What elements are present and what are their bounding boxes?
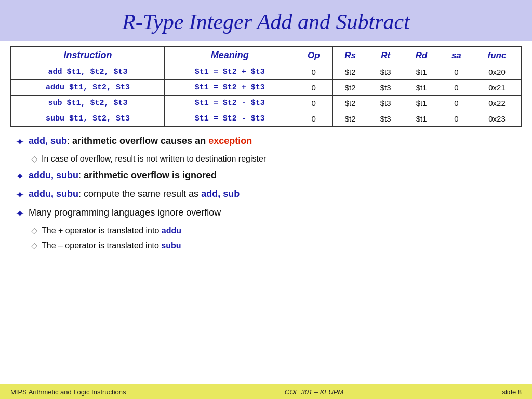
- bullet-1-colon: :: [67, 136, 72, 146]
- bullet-2-colon: :: [78, 170, 84, 180]
- col-header-rd: Rd: [403, 46, 440, 64]
- cell-meaning: $t1 = $t2 - $t3: [165, 96, 295, 111]
- bullet-3-blue: addu, subu: [29, 189, 78, 199]
- sub-bullet-3: ◇ The – operator is translated into subu: [31, 240, 522, 251]
- cell-rt: $t3: [368, 96, 403, 111]
- slide: R-Type Integer Add and Subtract Instruct…: [0, 0, 532, 399]
- cell-rd: $t1: [403, 64, 440, 80]
- bullet-3-normal: compute the same result as: [84, 189, 201, 199]
- bullet-list: ✦ add, sub: arithmetic overflow causes a…: [10, 135, 522, 251]
- cell-sa: 0: [440, 64, 473, 80]
- bullet-1: ✦ add, sub: arithmetic overflow causes a…: [16, 135, 522, 149]
- cell-func: 0x22: [473, 96, 522, 111]
- cell-sa: 0: [440, 111, 473, 127]
- cell-rt: $t3: [368, 80, 403, 96]
- table-row: sub $t1, $t2, $t3 $t1 = $t2 - $t3 0 $t2 …: [11, 96, 521, 111]
- bullet-1-red: exception: [208, 136, 252, 146]
- col-header-instruction: Instruction: [11, 46, 165, 64]
- bullet-1-blue: add, sub: [29, 136, 67, 146]
- cell-rd: $t1: [403, 80, 440, 96]
- diamond-icon-2: ✦: [16, 169, 24, 183]
- col-header-rs: Rs: [332, 46, 368, 64]
- diamond-icon-4: ✦: [16, 207, 24, 221]
- col-header-func: func: [473, 46, 522, 64]
- bullet-3: ✦ addu, subu: compute the same result as…: [16, 188, 522, 202]
- sub-diamond-icon-2: ◇: [31, 225, 37, 236]
- bullet-2-text: addu, subu: arithmetic overflow is ignor…: [29, 169, 217, 181]
- cell-sa: 0: [440, 96, 473, 111]
- bullet-2-black: arithmetic overflow is ignored: [84, 170, 217, 180]
- cell-instruction: subu $t1, $t2, $t3: [11, 111, 165, 127]
- cell-instruction: add $t1, $t2, $t3: [11, 64, 165, 80]
- cell-rs: $t2: [332, 80, 368, 96]
- sub-bullet-2-text: The + operator is translated into addu: [42, 225, 181, 236]
- cell-func: 0x20: [473, 64, 522, 80]
- cell-rs: $t2: [332, 111, 368, 127]
- addu-label: addu: [162, 226, 181, 235]
- sub-bullet-2: ◇ The + operator is translated into addu: [31, 225, 522, 236]
- col-header-meaning: Meaning: [165, 46, 295, 64]
- cell-func: 0x23: [473, 111, 522, 127]
- bullet-3-colon: :: [78, 189, 84, 199]
- col-header-sa: sa: [440, 46, 473, 64]
- cell-instruction: addu $t1, $t2, $t3: [11, 80, 165, 96]
- cell-op: 0: [295, 64, 332, 80]
- table-row: add $t1, $t2, $t3 $t1 = $t2 + $t3 0 $t2 …: [11, 64, 521, 80]
- bullet-1-text: add, sub: arithmetic overflow causes an …: [29, 135, 252, 147]
- bullet-4-text: Many programming languages ignore overfl…: [29, 206, 221, 219]
- cell-rt: $t3: [368, 64, 403, 80]
- cell-rs: $t2: [332, 64, 368, 80]
- diamond-icon-1: ✦: [16, 135, 24, 149]
- instruction-table: Instruction Meaning Op Rs Rt Rd sa func …: [10, 46, 522, 127]
- title-bar: R-Type Integer Add and Subtract: [0, 0, 532, 41]
- footer-left: MIPS Arithmetic and Logic Instructions: [10, 388, 126, 396]
- cell-op: 0: [295, 111, 332, 127]
- cell-rd: $t1: [403, 96, 440, 111]
- cell-meaning: $t1 = $t2 + $t3: [165, 80, 295, 96]
- table-row: subu $t1, $t2, $t3 $t1 = $t2 - $t3 0 $t2…: [11, 111, 521, 127]
- plus-bold: +: [58, 226, 63, 235]
- bullet-2-blue: addu, subu: [29, 170, 78, 180]
- col-header-rt: Rt: [368, 46, 403, 64]
- footer-center: COE 301 – KFUPM: [285, 388, 343, 396]
- slide-title: R-Type Integer Add and Subtract: [10, 9, 522, 34]
- minus-bold: –: [58, 241, 63, 250]
- cell-meaning: $t1 = $t2 - $t3: [165, 111, 295, 127]
- sub-bullet-1: ◇ In case of overflow, result is not wri…: [31, 153, 522, 165]
- cell-instruction: sub $t1, $t2, $t3: [11, 96, 165, 111]
- bullet-4: ✦ Many programming languages ignore over…: [16, 206, 522, 221]
- diamond-icon-3: ✦: [16, 188, 24, 202]
- sub-bullet-3-text: The – operator is translated into subu: [42, 240, 181, 251]
- bullet-3-blue2: add, sub: [201, 189, 240, 199]
- sub-diamond-icon-1: ◇: [31, 153, 37, 165]
- bullet-3-text: addu, subu: compute the same result as a…: [29, 188, 240, 200]
- cell-op: 0: [295, 80, 332, 96]
- subu-label: subu: [161, 241, 181, 250]
- bullet-1-black: arithmetic overflow causes an: [72, 136, 208, 146]
- cell-rt: $t3: [368, 111, 403, 127]
- footer: MIPS Arithmetic and Logic Instructions C…: [0, 384, 532, 399]
- cell-meaning: $t1 = $t2 + $t3: [165, 64, 295, 80]
- cell-sa: 0: [440, 80, 473, 96]
- sub-diamond-icon-3: ◇: [31, 240, 37, 251]
- col-header-op: Op: [295, 46, 332, 64]
- cell-func: 0x21: [473, 80, 522, 96]
- cell-op: 0: [295, 96, 332, 111]
- cell-rd: $t1: [403, 111, 440, 127]
- table-row: addu $t1, $t2, $t3 $t1 = $t2 + $t3 0 $t2…: [11, 80, 521, 96]
- sub-bullet-1-text: In case of overflow, result is not writt…: [42, 153, 266, 165]
- bullet-2: ✦ addu, subu: arithmetic overflow is ign…: [16, 169, 522, 183]
- cell-rs: $t2: [332, 96, 368, 111]
- footer-right: slide 8: [502, 388, 522, 396]
- slide-content: Instruction Meaning Op Rs Rt Rd sa func …: [0, 41, 532, 384]
